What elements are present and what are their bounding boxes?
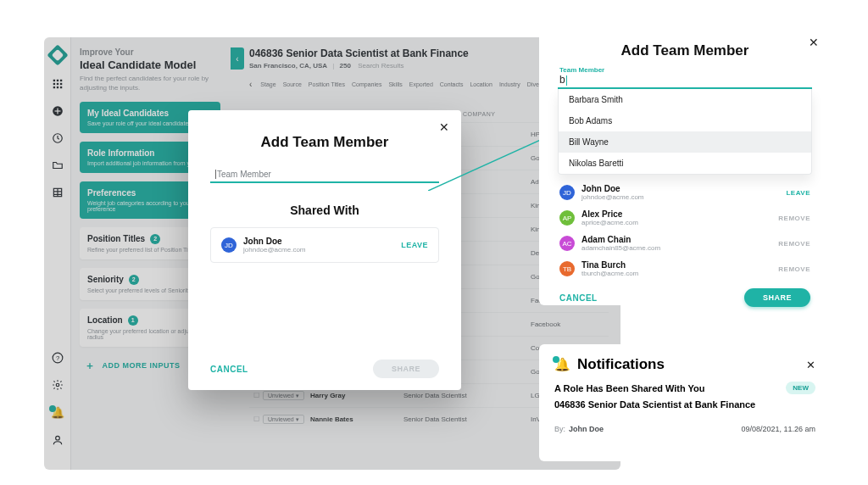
plus-icon[interactable] [52, 105, 64, 117]
gear-icon[interactable] [52, 379, 64, 391]
row-checkbox[interactable]: ☐ [249, 392, 263, 399]
svg-rect-11 [54, 110, 60, 111]
filter-chip[interactable]: Location [470, 81, 492, 87]
clock-icon[interactable] [52, 132, 64, 144]
stage-tag: Unviewed ▾ [263, 391, 304, 400]
autocomplete-option[interactable]: Bob Adams [559, 110, 811, 131]
avatar: JD [221, 237, 236, 253]
bell-icon: 🔔 [554, 357, 570, 372]
svg-rect-1 [56, 80, 58, 81]
stage-tag: Unviewed ▾ [263, 415, 304, 424]
shared-with-heading: Shared With [210, 203, 439, 217]
autocomplete-option[interactable]: Bill Wayne [559, 131, 811, 153]
shared-member-row: AC Adam Chainadamchain85@acme.com REMOVE [558, 231, 812, 256]
avatar: AP [559, 210, 575, 226]
svg-rect-6 [53, 86, 54, 88]
notifications-title: Notifications [577, 356, 801, 373]
leave-button[interactable]: LEAVE [786, 189, 810, 197]
share-button[interactable]: SHARE [744, 288, 810, 307]
close-icon[interactable]: ✕ [806, 359, 815, 371]
new-badge: NEW [786, 382, 815, 394]
bell-icon[interactable]: 🔔 [51, 406, 64, 419]
add-more-label: ADD MORE INPUTS [103, 361, 181, 370]
plus-small-icon: ＋ [85, 359, 96, 373]
filter-chip[interactable]: Exported [409, 81, 433, 87]
svg-rect-4 [56, 83, 58, 85]
autocomplete-option[interactable]: Barbara Smith [559, 89, 811, 110]
avatar: JD [559, 185, 575, 200]
team-member-search-input[interactable]: b [558, 74, 812, 89]
filter-chip[interactable]: Companies [352, 81, 381, 87]
result-count-label: Search Results [358, 62, 403, 70]
svg-rect-8 [59, 86, 61, 88]
role-location: San Francisco, CA, USA [249, 62, 327, 70]
autocomplete-option[interactable]: Nikolas Baretti [559, 153, 811, 174]
shared-with-list: JD John Doejohndoe@acme.com LEAVEAP Alex… [558, 180, 812, 282]
remove-button[interactable]: REMOVE [778, 265, 810, 273]
remove-button[interactable]: REMOVE [778, 240, 810, 248]
close-icon[interactable]: ✕ [809, 36, 819, 49]
notification-role: 046836 Senior Data Scientist at Bank Fin… [554, 399, 815, 410]
svg-text:?: ? [55, 354, 58, 362]
grid-icon[interactable] [52, 78, 64, 90]
shared-member-row: AP Alex Priceaprice@acme.com REMOVE [558, 205, 812, 231]
result-count: 250 [340, 62, 351, 70]
help-icon[interactable]: ? [52, 352, 64, 364]
panel-blurb: Find the perfect candidates for your rol… [80, 75, 220, 93]
shared-member-row: JD John Doejohndoe@acme.com LEAVE [558, 180, 812, 205]
app-logo [47, 44, 68, 65]
notification-by: By:John Doe [554, 425, 604, 433]
remove-button[interactable]: REMOVE [778, 215, 810, 222]
member-name: John Doe [243, 237, 394, 246]
table-icon[interactable] [52, 187, 64, 198]
notifications-card: 🔔 Notifications ✕ A Role Has Been Shared… [539, 344, 831, 461]
icon-rail: ? 🔔 [44, 37, 71, 470]
shared-member-card: JD John Doe johndoe@acme.com LEAVE [210, 227, 439, 263]
leave-button[interactable]: LEAVE [401, 241, 428, 249]
svg-rect-0 [53, 80, 54, 81]
notification-headline: A Role Has Been Shared With You [554, 383, 786, 393]
team-member-input[interactable]: Team Member [210, 166, 439, 183]
shared-member-row: TB Tina Burchtburch@acme.com REMOVE [558, 256, 812, 282]
back-button[interactable]: ‹ [231, 47, 244, 70]
svg-rect-3 [53, 83, 54, 85]
autocomplete-dropdown: Barbara SmithBob AdamsBill WayneNikolas … [558, 89, 812, 175]
svg-point-17 [55, 436, 59, 440]
input-float-label: Team Member [558, 66, 812, 74]
svg-point-16 [56, 383, 59, 387]
close-icon[interactable]: ✕ [439, 120, 449, 134]
input-placeholder: Team Member [215, 170, 271, 179]
row-checkbox[interactable]: ☐ [249, 415, 263, 423]
filter-chip[interactable]: Stage [260, 81, 275, 87]
filter-chip[interactable]: Position Titles [309, 81, 345, 87]
modal-title: Add Team Member [558, 42, 812, 59]
avatar: AC [559, 236, 575, 251]
panel-heading: Ideal Candidate Model [80, 59, 220, 71]
filter-chip[interactable]: Skills [388, 81, 402, 87]
notification-timestamp: 09/08/2021, 11.26 am [741, 425, 815, 433]
share-button-disabled[interactable]: SHARE [373, 360, 439, 378]
avatar: TB [559, 261, 575, 276]
filter-chip[interactable]: Contacts [440, 81, 464, 87]
add-team-member-modal: ✕ Add Team Member Team Member Shared Wit… [188, 110, 461, 390]
svg-rect-2 [59, 80, 61, 81]
eyebrow: Improve Your [80, 47, 220, 57]
svg-rect-7 [56, 86, 58, 88]
modal-title: Add Team Member [210, 134, 439, 151]
member-email: johndoe@acme.com [243, 246, 394, 254]
filter-chip[interactable]: Source [283, 81, 302, 87]
input-value: b [559, 74, 565, 86]
cancel-button[interactable]: CANCEL [559, 293, 598, 303]
filter-chip[interactable]: Industry [499, 81, 520, 87]
svg-rect-5 [59, 83, 61, 85]
folder-icon[interactable] [52, 159, 64, 171]
add-team-member-modal-expanded: ✕ Add Team Member Team Member b Barbara … [539, 25, 831, 305]
user-icon[interactable] [52, 434, 64, 446]
cancel-button[interactable]: CANCEL [210, 365, 248, 374]
chevron-left-icon[interactable]: ‹ [249, 80, 252, 89]
